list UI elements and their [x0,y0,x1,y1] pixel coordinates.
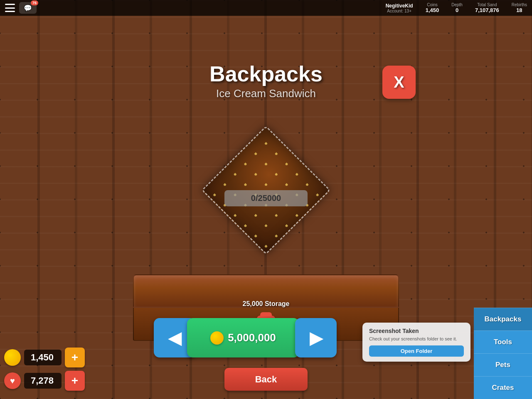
coins-row: 1,450 + [4,348,85,367]
depth-value: 0 [451,7,463,13]
storage-label: 25,000 Storage [243,300,290,308]
buy-button[interactable]: 5,000,000 [187,318,299,357]
back-button-label: Back [255,374,277,385]
player-info: NegitiveKid Account: 13+ [386,3,413,13]
right-arrow-icon: ▶ [310,328,323,348]
health-display: 7,278 [24,373,62,389]
capacity-text: 0/25000 [251,193,281,203]
total-sand-value: 7,107,876 [475,7,499,13]
coin-icon [210,331,224,345]
player-account: Account: 13+ [386,9,413,13]
close-button[interactable]: X [382,66,416,99]
capacity-bar: 0/25000 [224,190,308,206]
rebirths-value: 18 [512,7,527,13]
rebirths-stat: Rebirths 18 [512,2,527,13]
coins-display: 1,450 [24,350,62,365]
sidebar-backpacks-button[interactable]: Backpacks [474,308,532,330]
top-bar-left: 💬 76 [5,2,37,14]
sidebar-tools-button[interactable]: Tools [474,330,532,353]
item-subtitle: Ice Cream Sandwich [216,87,316,100]
chat-badge: 76 [31,0,38,5]
right-sidebar: Backpacks Tools Pets Crates [474,308,532,399]
plus-icon-health: + [71,375,78,387]
coins-stat: Coins 1,450 [426,2,439,13]
hamburger-menu[interactable] [5,4,15,12]
plus-icon: + [71,352,78,363]
sidebar-tools-label: Tools [494,338,512,346]
sidebar-crates-button[interactable]: Crates [474,376,532,399]
screenshot-title: Screenshot Taken [369,328,464,334]
rebirths-label: Rebirths [512,2,527,7]
heart-symbol: ♥ [10,376,15,386]
close-icon: X [394,73,404,91]
add-coins-button[interactable]: + [65,348,85,367]
add-health-button[interactable]: + [65,371,85,391]
total-sand-stat: Total Sand 7,107,876 [475,2,499,13]
open-folder-button[interactable]: Open Folder [369,345,464,357]
chat-button[interactable]: 💬 76 [19,2,37,14]
top-bar-right: NegitiveKid Account: 13+ Coins 1,450 Dep… [386,2,527,13]
heart-icon: ♥ [4,372,21,389]
sidebar-pets-label: Pets [495,361,510,369]
coins-value: 1,450 [426,7,439,13]
left-arrow-icon: ◀ [168,328,181,348]
chat-icon: 💬 [24,4,32,12]
sidebar-pets-button[interactable]: Pets [474,353,532,376]
bottom-left-resources: 1,450 + ♥ 7,278 + [4,348,85,391]
health-row: ♥ 7,278 + [4,371,85,391]
coin-icon-bottom [4,349,21,366]
player-name: NegitiveKid [386,3,413,9]
depth-label: Depth [451,2,463,7]
depth-stat: Depth 0 [451,2,463,13]
total-sand-label: Total Sand [475,2,499,7]
screenshot-body: Check out your screenshots folder to see… [369,336,464,342]
top-bar: 💬 76 NegitiveKid Account: 13+ Coins 1,45… [0,0,532,16]
buy-price: 5,000,000 [228,331,276,344]
page-title: Backpacks [209,61,323,86]
back-button[interactable]: Back [224,368,308,391]
sidebar-crates-label: Crates [492,384,514,392]
sidebar-backpacks-label: Backpacks [485,315,522,323]
nav-right-button[interactable]: ▶ [295,318,337,357]
screenshot-popup: Screenshot Taken Check out your screensh… [362,323,470,362]
coins-label: Coins [426,2,439,7]
